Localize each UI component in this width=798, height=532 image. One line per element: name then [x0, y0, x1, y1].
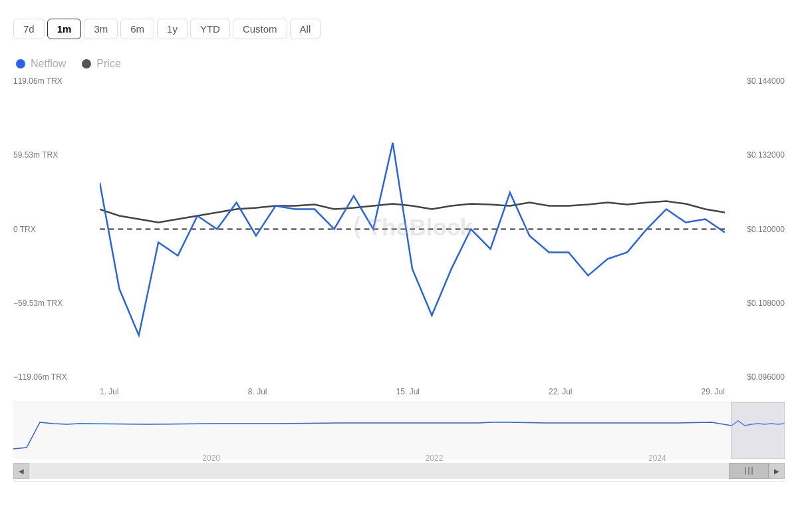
y-right-label-1: $0.132000	[747, 150, 785, 160]
legend-netflow: Netflow	[16, 58, 66, 70]
y-right-label-4: $0.096000	[747, 372, 785, 382]
time-btn-3m[interactable]: 3m	[84, 19, 118, 39]
x-label-4: 29. Jul	[702, 387, 725, 396]
main-chart-svg: ⟨ TheBlock	[100, 76, 725, 382]
y-left-label-1: 59.53m TRX	[13, 150, 100, 160]
x-label-1: 8. Jul	[248, 387, 267, 396]
scroll-thumb-handle	[745, 467, 753, 475]
scroll-right-button[interactable]: ▶	[769, 463, 785, 479]
x-axis: 1. Jul8. Jul15. Jul22. Jul29. Jul	[100, 382, 725, 402]
time-range-bar: 7d1m3m6m1yYTDCustomAll	[13, 13, 785, 45]
netflow-dot	[16, 59, 25, 68]
nav-x-label-1: 2022	[426, 454, 444, 463]
navigator-svg	[13, 402, 785, 459]
y-right-label-3: $0.108000	[747, 299, 785, 308]
y-left-label-4: −119.06m TRX	[13, 372, 100, 382]
netflow-label: Netflow	[31, 58, 66, 70]
chart-svg-area: ⟨ TheBlock	[100, 76, 725, 382]
y-axis-left: 119.06m TRX59.53m TRX0 TRX−59.53m TRX−11…	[13, 76, 100, 382]
nav-highlight	[732, 402, 785, 459]
time-btn-6m[interactable]: 6m	[120, 19, 154, 39]
page-container: 7d1m3m6m1yYTDCustomAll Netflow Price 119…	[0, 0, 798, 532]
chart-legend: Netflow Price	[13, 58, 785, 70]
navigator: 202020222024 ◀ ▶	[13, 402, 785, 482]
scroll-left-button[interactable]: ◀	[13, 463, 29, 479]
x-label-0: 1. Jul	[100, 387, 119, 396]
main-chart: 119.06m TRX59.53m TRX0 TRX−59.53m TRX−11…	[13, 76, 785, 402]
time-btn-all[interactable]: All	[290, 19, 321, 39]
y-right-label-2: $0.120000	[747, 225, 785, 234]
y-left-label-3: −59.53m TRX	[13, 299, 100, 308]
time-btn-custom[interactable]: Custom	[233, 19, 287, 39]
x-label-2: 15. Jul	[396, 387, 420, 396]
chart-wrapper: 119.06m TRX59.53m TRX0 TRX−59.53m TRX−11…	[13, 76, 785, 482]
legend-price: Price	[82, 58, 120, 70]
nav-bg	[13, 402, 785, 459]
x-label-3: 22. Jul	[549, 387, 572, 396]
nav-x-label-0: 2020	[202, 454, 220, 463]
y-left-label-2: 0 TRX	[13, 225, 100, 234]
time-btn-7d[interactable]: 7d	[13, 19, 45, 39]
time-btn-1m[interactable]: 1m	[47, 19, 82, 39]
time-btn-1y[interactable]: 1y	[157, 19, 188, 39]
nav-x-label-2: 2024	[648, 454, 666, 463]
watermark-text: ⟨ TheBlock	[352, 214, 473, 241]
y-right-label-0: $0.144000	[747, 76, 785, 86]
price-label: Price	[96, 58, 120, 70]
y-left-label-0: 119.06m TRX	[13, 76, 100, 86]
scroll-thumb[interactable]	[729, 463, 769, 479]
scroll-track-inner	[29, 463, 769, 479]
time-btn-ytd[interactable]: YTD	[190, 19, 230, 39]
price-dot	[82, 59, 91, 68]
y-axis-right: $0.144000$0.132000$0.120000$0.108000$0.0…	[725, 76, 785, 382]
scrollbar-track[interactable]: ◀ ▶	[13, 463, 785, 479]
nav-x-labels: 202020222024	[100, 454, 769, 463]
